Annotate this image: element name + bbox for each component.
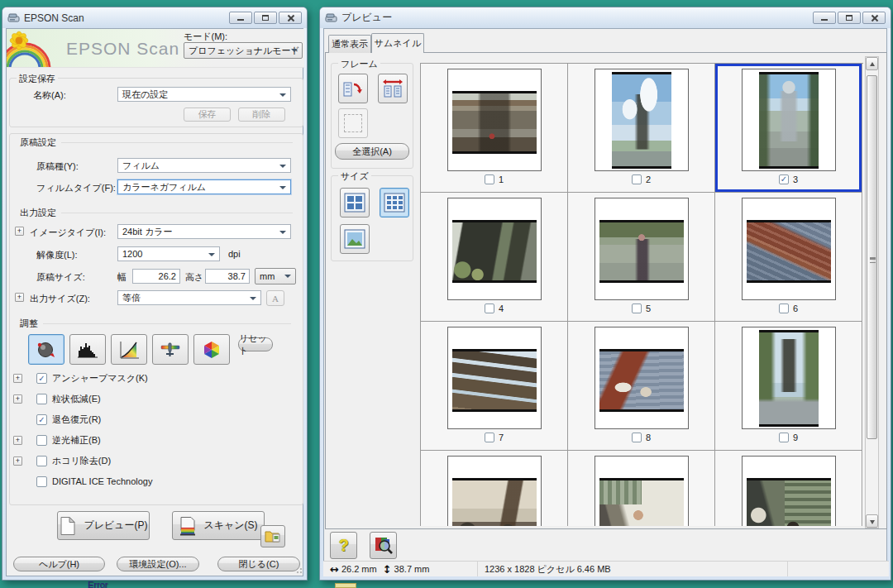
thumbnail-cell[interactable]: 6 [715,193,862,322]
scroll-down-button[interactable] [866,514,878,528]
thumbnail-cell[interactable]: 5 [568,193,715,322]
output-size-expander[interactable]: + [15,293,24,302]
tab-normal-view[interactable]: 通常表示 [328,35,371,53]
save-button[interactable]: 保存 [184,108,231,122]
configuration-button[interactable]: 環境設定(O)... [117,557,199,571]
thumbnail-photo-pagoda-eaves[interactable] [452,349,537,412]
desktop-icon-label[interactable]: Error [88,580,107,588]
preview-button[interactable]: プレビュー(P) [57,511,150,540]
save-settings-group: 設定保存 名称(A): 現在の設定 保存 削除 [9,78,303,127]
file-save-settings-button[interactable] [260,525,285,547]
thumbnail-checkbox[interactable] [485,174,494,184]
option-checkbox[interactable]: ✓ [36,373,47,384]
film-type-dropdown[interactable]: カラーネガフィルム [117,179,291,194]
thumbnail-photo-temple-gate[interactable] [452,91,537,154]
resize-grip[interactable] [295,568,302,575]
maximize-button[interactable] [838,12,861,24]
size-small-button[interactable] [340,188,370,218]
mirror-button[interactable] [378,74,408,103]
doc-type-dropdown[interactable]: フィルム [117,158,291,173]
expander-button[interactable]: + [13,374,22,383]
thumbnail-cell[interactable] [421,451,568,526]
thumbnail-checkbox[interactable] [779,433,789,442]
settings-name-dropdown[interactable]: 現在の設定 [117,87,291,102]
thumbnail-checkbox[interactable] [632,174,642,184]
thumbnail-cell[interactable]: 4 [421,193,568,322]
minimize-button[interactable] [813,12,836,24]
thumbnail-photo-roof-beam[interactable] [599,349,684,412]
close-button[interactable] [279,12,302,24]
thumbnail-checkbox[interactable] [485,304,494,313]
output-size-dropdown[interactable]: 等倍 [117,290,261,305]
close-window-button[interactable]: 閉じる(C) [217,557,300,571]
scroll-up-button[interactable] [866,57,878,70]
thumbnail-photo-indoor-baby[interactable] [599,478,684,526]
scrollbar-thumb[interactable] [867,75,877,439]
zoom-preview-button[interactable] [370,532,397,559]
size-medium-button[interactable] [380,188,409,218]
image-type-expander[interactable]: + [15,227,24,236]
thumbnail-photo-pagoda-road[interactable] [759,330,819,427]
resolution-dropdown[interactable]: 1200 [117,246,220,261]
height-field[interactable]: 38.7 [205,269,250,284]
expander-button[interactable]: + [13,436,22,445]
maximize-button[interactable] [254,12,277,24]
size-unit-dropdown[interactable]: mm [255,268,296,284]
thumbnail-cell[interactable]: 8 [568,322,715,451]
thumbnail-cell[interactable]: 7 [421,322,568,451]
marquee-button[interactable] [338,108,368,138]
option-checkbox[interactable] [36,435,47,446]
thumbnail-cell[interactable] [568,451,715,526]
thumbnail-checkbox[interactable] [485,433,494,442]
vertical-scrollbar[interactable] [865,56,879,528]
color-palette-tool-button[interactable] [193,334,230,365]
thumbnail-photo-pagoda-sky[interactable] [612,72,671,169]
expander-button[interactable]: + [13,457,22,466]
thumbnail-cell[interactable]: ✓3 [715,64,862,193]
mode-dropdown[interactable]: プロフェッショナルモード [184,42,303,59]
scan-button[interactable]: スキャン(S) [172,511,265,540]
thumbnail-checkbox[interactable]: ✓ [779,174,789,184]
expander-button[interactable]: + [13,394,22,404]
thumbnail-cell[interactable]: 9 [715,322,862,451]
thumbnail-photo-indoor-shelf[interactable] [747,478,831,526]
tone-curve-tool-button[interactable] [111,334,147,365]
thumbnail-cell[interactable]: 1 [421,64,568,193]
delete-button[interactable]: 削除 [238,108,285,122]
select-all-button[interactable]: 全選択(A) [335,143,409,160]
film-frame-card [447,69,542,171]
thumbnail-checkbox[interactable] [632,433,642,442]
option-checkbox[interactable] [36,456,47,466]
thumbnail-checkbox[interactable] [779,304,789,313]
option-checkbox[interactable]: ✓ [36,414,47,425]
thumbnail-cell[interactable] [715,451,862,526]
tab-thumbnail[interactable]: サムネイル [371,33,424,53]
thumbnail-photo-dark-fence[interactable] [452,220,537,283]
thumbnail-photo-indoor-room[interactable] [452,478,537,526]
minimize-button[interactable] [229,12,252,24]
scan-titlebar[interactable]: EPSON Scan [2,7,307,28]
option-checkbox[interactable] [36,394,47,404]
option-checkbox[interactable] [36,476,47,487]
thumbnail-cell[interactable]: 2 [568,64,715,193]
preview-help-button[interactable]: ? [330,532,357,559]
image-adjustment-tool-button[interactable] [152,334,189,365]
rotate-button[interactable] [338,74,368,103]
thumbnail-photo-roof-detail[interactable] [747,220,831,283]
width-field[interactable]: 26.2 [132,269,180,284]
thumbnail-number: 8 [646,433,651,442]
thumbnail-photo-statue-garden[interactable] [759,72,819,169]
preview-titlebar[interactable]: プレビュー [320,7,891,28]
help-button[interactable]: ヘルプ(H) [13,557,105,571]
thumbnail-photo-pond-person[interactable] [599,220,684,283]
scale-button[interactable]: A [266,290,284,306]
desktop-icon-partial[interactable] [335,583,356,588]
auto-exposure-tool-button[interactable] [28,334,64,365]
reset-button[interactable]: リセット [238,337,273,351]
size-large-button[interactable] [340,224,370,254]
preview-content: フレーム 全選択 [325,52,887,529]
image-type-dropdown[interactable]: 24bit カラー [117,224,291,239]
close-button[interactable] [862,12,886,24]
histogram-tool-button[interactable] [69,334,106,365]
thumbnail-checkbox[interactable] [632,304,642,313]
